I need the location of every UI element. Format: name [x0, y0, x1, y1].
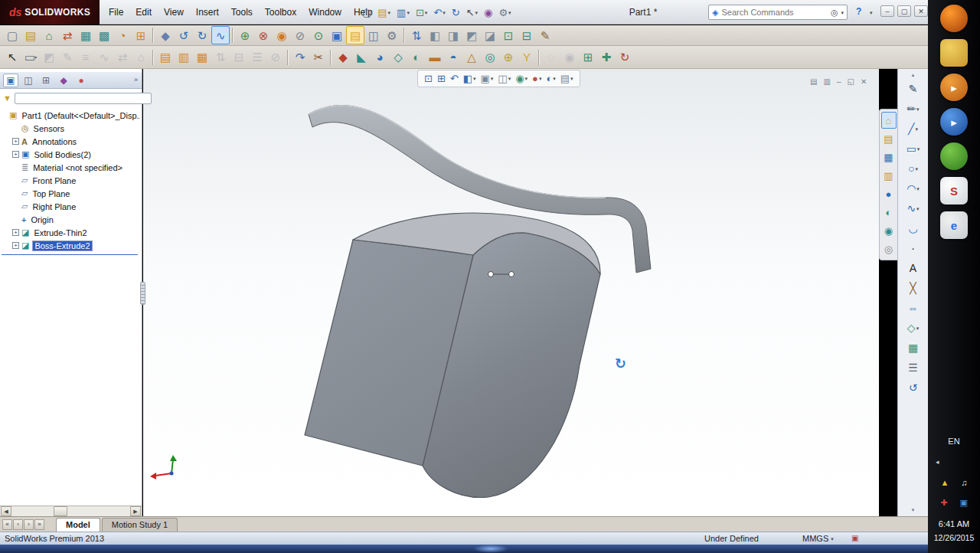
- toolbar-icon[interactable]: ◆: [334, 48, 352, 67]
- toolbar-icon[interactable]: ⊙: [309, 26, 328, 44]
- toolbar-icon[interactable]: ⇄: [113, 48, 132, 67]
- tab-motion-study-1[interactable]: Motion Study 1: [102, 518, 178, 532]
- tree-expander[interactable]: +: [12, 229, 19, 236]
- toolbar-icon[interactable]: ▥: [175, 48, 193, 67]
- mirror-icon[interactable]: ⇔: [901, 299, 926, 317]
- tree-item-top-plane[interactable]: ▱ Top Plane: [2, 187, 140, 200]
- toolbar-icon[interactable]: ↻: [616, 48, 634, 67]
- edit-appearance-icon[interactable]: ● ▾: [531, 73, 543, 84]
- text-icon[interactable]: A: [901, 259, 926, 277]
- menu-insert[interactable]: Insert: [190, 5, 225, 20]
- toolbar-icon[interactable]: ⚙: [383, 26, 401, 44]
- toolbar-icon[interactable]: ▤: [346, 26, 364, 44]
- close-doc-icon[interactable]: ✕: [861, 74, 867, 87]
- toolbar-icon[interactable]: ⊕: [499, 48, 518, 67]
- toolbar-icon[interactable]: ◉: [273, 26, 291, 44]
- units-selector[interactable]: MMGS ▾: [802, 534, 834, 543]
- language-indicator[interactable]: EN: [928, 437, 980, 446]
- toolbar-icon[interactable]: ▢: [3, 26, 21, 44]
- tree-item-annotations[interactable]: + A Annotations: [2, 135, 140, 148]
- dropdown-caret[interactable]: ▾: [425, 10, 428, 15]
- clock-date[interactable]: 12/26/2015: [928, 533, 980, 542]
- toolbar-icon[interactable]: ∿: [95, 48, 113, 67]
- panel-tab-featuremanager[interactable]: ▣: [3, 74, 18, 87]
- scenes-icon[interactable]: ◐: [881, 204, 897, 221]
- toolbar-scroll-up-icon[interactable]: ▴: [912, 72, 915, 78]
- toolbar-icon[interactable]: ▦: [193, 48, 211, 67]
- taskbar-icon-edrawings[interactable]: e: [940, 211, 968, 239]
- clock-time[interactable]: 6:41 AM: [928, 519, 980, 528]
- restore-doc-icon[interactable]: ◱: [847, 74, 854, 87]
- tree-item-boss-extrude2[interactable]: + ◪ Boss-Extrude2: [2, 239, 140, 252]
- taskbar-icon-folder[interactable]: [940, 39, 968, 67]
- line-icon[interactable]: ╱ ▾: [901, 119, 926, 138]
- tile-windows-icon[interactable]: ▥: [823, 74, 830, 87]
- panel-tab-propertymanager[interactable]: ◫: [21, 74, 36, 87]
- view-settings-icon[interactable]: ▤ ▾: [559, 73, 575, 84]
- appearances-icon[interactable]: ●: [881, 185, 897, 202]
- ellipse-icon[interactable]: ◡: [901, 219, 926, 237]
- smart-dimension-icon[interactable]: ✏ ▾: [901, 100, 926, 118]
- toolbar-icon[interactable]: ⌂: [132, 48, 150, 67]
- filter-funnel-icon[interactable]: ▼: [3, 93, 11, 103]
- tree-item-solid-bodies[interactable]: + ▣ Solid Bodies(2): [2, 148, 140, 161]
- action-center-icon[interactable]: ▲: [940, 475, 949, 489]
- scrollbar-thumb[interactable]: [54, 506, 67, 516]
- appearance-icon[interactable]: ◉: [482, 4, 495, 21]
- panel-splitter-grip[interactable]: [140, 282, 145, 305]
- toolbar-icon[interactable]: ▤: [21, 26, 40, 44]
- point-icon[interactable]: ·: [901, 239, 926, 257]
- toolbar-icon[interactable]: ◓: [444, 48, 462, 67]
- panel-tab-displaymanager[interactable]: ●: [74, 74, 89, 87]
- taskbar-icon-app-green[interactable]: [940, 142, 968, 170]
- toolbar-icon[interactable]: ✂: [309, 48, 328, 67]
- display-style-icon[interactable]: ◫ ▾: [496, 73, 512, 84]
- dropdown-caret[interactable]: ▾: [525, 76, 528, 81]
- forum-icon[interactable]: ◎: [881, 241, 897, 257]
- toolbar-icon[interactable]: ⊞: [132, 26, 150, 44]
- select-icon[interactable]: ↖ ▾: [464, 4, 480, 21]
- toolbar-icon[interactable]: ◨: [444, 26, 462, 44]
- toolbar-icon[interactable]: ◣: [352, 48, 371, 67]
- toolbar-icon[interactable]: ◫: [364, 26, 383, 44]
- taskbar-icon-solidworks[interactable]: S: [940, 177, 968, 205]
- dropdown-caret[interactable]: ▾: [916, 326, 920, 331]
- new-window-icon[interactable]: ▤: [810, 74, 817, 87]
- toolbar-icon[interactable]: ⊕: [236, 26, 254, 44]
- menu-toolbox[interactable]: Toolbox: [259, 5, 302, 20]
- menu-file[interactable]: File: [103, 5, 129, 20]
- sketch-icon[interactable]: ✎: [901, 80, 926, 98]
- panel-more-arrow[interactable]: »: [134, 76, 138, 83]
- dropdown-caret[interactable]: ▾: [443, 10, 446, 15]
- tree-expander[interactable]: +: [12, 242, 19, 249]
- dropdown-caret[interactable]: ▾: [539, 76, 542, 81]
- toolbar-icon[interactable]: ◩: [40, 48, 58, 67]
- toolbar-icon[interactable]: ⇅: [211, 48, 230, 67]
- panel-horizontal-scrollbar[interactable]: ◀ ▶: [0, 506, 142, 516]
- tree-item-extrude-thin2[interactable]: + ◪ Extrude-Thin2: [2, 226, 140, 239]
- toolbar-icon[interactable]: ▩: [95, 26, 113, 44]
- show-hidden-icons-arrow[interactable]: ◂: [936, 458, 939, 466]
- save-icon[interactable]: ▥ ▾: [394, 4, 412, 21]
- tree-item-origin[interactable]: + Origin: [2, 213, 140, 226]
- tree-expander[interactable]: +: [12, 138, 19, 145]
- help-button[interactable]: ?: [856, 6, 861, 17]
- scroll-left-arrow[interactable]: ◀: [1, 506, 11, 516]
- help-caret[interactable]: ▾: [870, 10, 873, 16]
- solidworks-resources-icon[interactable]: ⌂: [881, 112, 897, 129]
- linear-pattern-icon[interactable]: ▦: [901, 339, 926, 357]
- undo-icon[interactable]: ↶ ▾: [431, 4, 447, 21]
- toolbar-icon[interactable]: ⊗: [254, 26, 273, 44]
- toolbar-icon[interactable]: ↻: [193, 26, 211, 44]
- tabs-scroll-prev[interactable]: ‹: [13, 519, 23, 530]
- open-icon[interactable]: ▤ ▾: [375, 4, 393, 21]
- toolbar-icon[interactable]: ⊘: [291, 26, 309, 44]
- toolbar-icon[interactable]: ↖: [3, 48, 21, 67]
- toolbar-icon[interactable]: ◧: [426, 26, 444, 44]
- spline-icon[interactable]: ∿ ▾: [901, 199, 926, 218]
- toolbar-icon[interactable]: ◪: [481, 26, 499, 44]
- toolbar-icon[interactable]: ◔: [113, 26, 132, 44]
- taskbar-icon-firefox[interactable]: [940, 5, 968, 32]
- toolbar-icon[interactable]: ≡: [77, 48, 95, 67]
- taskbar-icon-messenger[interactable]: ▸: [940, 108, 968, 136]
